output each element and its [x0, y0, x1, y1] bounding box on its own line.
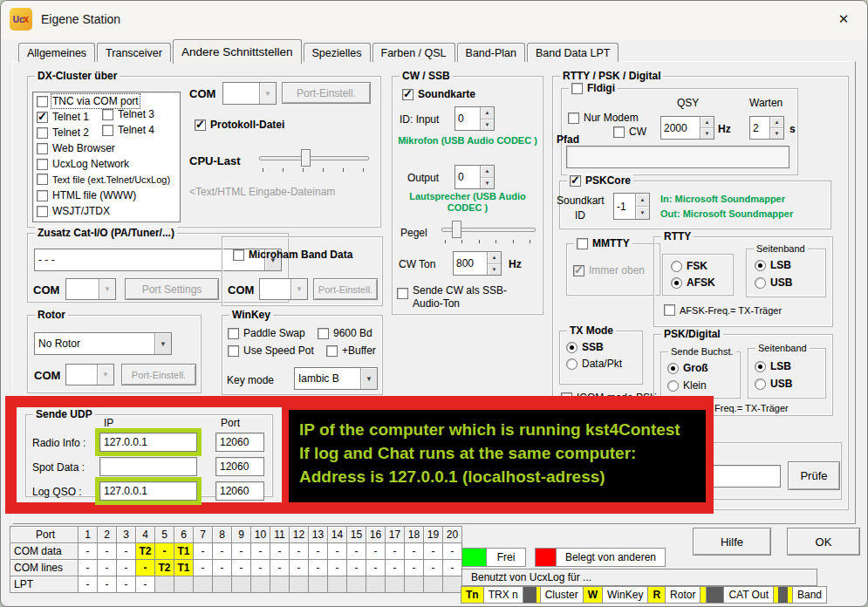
pruefe-button[interactable]: Prüfe [788, 461, 840, 490]
klein-row[interactable]: Klein [667, 379, 707, 392]
afsk-radio[interactable] [671, 277, 682, 289]
mmtty-checkbox[interactable] [577, 238, 588, 249]
pskcore-id-spinner[interactable]: -1▲▼ [613, 193, 650, 220]
rotor-com-combobox[interactable]: ▼ [65, 364, 114, 385]
microham-checkbox[interactable] [233, 249, 244, 261]
spinner-arrows[interactable]: ▲▼ [480, 166, 494, 188]
cpu-last-slider[interactable] [259, 149, 369, 167]
zusatz-com-combobox[interactable]: ▼ [65, 278, 116, 300]
nur-modem-row[interactable]: Nur Modem [568, 112, 639, 124]
paddle-swap-row[interactable]: Paddle Swap [228, 327, 305, 339]
udp-radio-info-ip-input[interactable]: 127.0.0.1 [99, 433, 197, 452]
tx-ssb-row[interactable]: SSB [566, 341, 604, 353]
psk-usb-radio[interactable] [755, 379, 766, 390]
cw-ton-spinner[interactable]: 800▲▼ [453, 251, 502, 276]
dx-item-htmlfile[interactable]: HTML file (WWW) [37, 189, 136, 201]
chevron-down-icon[interactable]: ▼ [99, 279, 115, 299]
ok-button[interactable]: OK [787, 528, 860, 556]
rotor-combobox[interactable]: No Rotor▼ [34, 332, 172, 355]
tab-spezielles[interactable]: Spezielles [304, 43, 371, 62]
chevron-down-icon[interactable]: ▼ [154, 333, 171, 354]
spinner-arrows[interactable]: ▲▼ [769, 117, 783, 139]
dx-telnet3-checkbox[interactable] [102, 109, 113, 120]
dx-item-webbrowser[interactable]: Web Browser [37, 142, 115, 154]
warten-spinner[interactable]: 2▲▼ [749, 116, 784, 140]
microham-com-combobox[interactable]: ▼ [259, 278, 308, 300]
immer-oben-checkbox[interactable] [573, 265, 584, 276]
rtty-usb-radio[interactable] [755, 277, 766, 289]
sende-cw-row[interactable]: Sende CW als SSB-Audio-Ton [397, 284, 510, 310]
nur-modem-checkbox[interactable] [568, 113, 579, 124]
rtty-usb-row[interactable]: USB [755, 276, 792, 289]
afsk-freq-checkbox[interactable] [664, 304, 675, 316]
fldigi-cw-row[interactable]: CW [613, 126, 646, 138]
gross-radio[interactable] [667, 363, 679, 374]
dx-item-telnet1[interactable]: Telnet 1 [37, 111, 89, 123]
speed-pot-row[interactable]: Use Speed Pot [228, 344, 314, 357]
speed-pot-checkbox[interactable] [228, 345, 239, 357]
pegel-slider[interactable] [441, 221, 536, 238]
dx-item-ucxlog-network[interactable]: UcxLog Network [37, 158, 129, 170]
udp-spot-data-ip-input[interactable] [99, 457, 197, 476]
spinner-arrows[interactable]: ▲▼ [635, 194, 649, 219]
tab-andere-schnittstellen[interactable]: Andere Schnittstellen [173, 39, 302, 64]
cpu-last-slider-thumb[interactable] [301, 149, 311, 167]
dx-telnet1-checkbox[interactable] [37, 112, 48, 123]
microham-port-einstell-button[interactable]: Port-Einstell. [313, 278, 378, 300]
dx-telnet2-checkbox[interactable] [37, 127, 48, 139]
spinner-arrows[interactable]: ▲▼ [480, 107, 494, 130]
dx-item-wsjt[interactable]: WSJT/JTDX [37, 205, 110, 217]
dx-item-telnet3[interactable]: Telnet 3 [102, 108, 154, 120]
tx-datapkt-row[interactable]: Data/Pkt [566, 358, 622, 370]
psk-usb-row[interactable]: USB [755, 378, 792, 390]
psk-lsb-radio[interactable] [755, 361, 766, 372]
dx-telnet4-checkbox[interactable] [102, 125, 113, 136]
rotor-port-einstell-button[interactable]: Port-Einstell. [121, 364, 196, 385]
dx-textfile-checkbox[interactable] [37, 174, 48, 185]
chevron-down-icon[interactable]: ▼ [97, 365, 113, 385]
soundkarte-checkbox[interactable] [402, 89, 413, 100]
sende-cw-checkbox[interactable] [397, 288, 408, 299]
soundkarte-row[interactable]: Soundkarte [402, 88, 475, 100]
fsk-radio[interactable] [671, 261, 682, 272]
dx-com-combobox[interactable]: ▼ [222, 82, 277, 105]
dx-ucxlog-network-checkbox[interactable] [37, 159, 48, 170]
rtty-lsb-row[interactable]: LSB [755, 259, 791, 271]
qsy-spinner[interactable]: 2000▲▼ [660, 116, 714, 140]
udp-spot-data-port-input[interactable]: 12060 [215, 457, 264, 476]
dx-tnc-checkbox[interactable] [37, 96, 48, 107]
spinner-arrows[interactable]: ▲▼ [700, 117, 714, 139]
klein-radio[interactable] [667, 380, 679, 392]
dx-wsjt-checkbox[interactable] [37, 206, 48, 217]
tab-allgemeines[interactable]: Allgemeines [18, 43, 95, 62]
protokoll-datei-row[interactable]: Protokoll-Datei [195, 119, 284, 131]
afsk-radio-row[interactable]: AFSK [671, 276, 715, 289]
tab-transceiver[interactable]: Transceiver [97, 43, 171, 62]
fldigi-cw-checkbox[interactable] [613, 126, 625, 138]
protokoll-datei-checkbox[interactable] [195, 119, 206, 131]
pskcore-checkbox[interactable] [570, 175, 581, 187]
buffer-checkbox[interactable] [326, 345, 338, 357]
dx-htmlfile-checkbox[interactable] [37, 190, 48, 201]
zusatz-port-settings-button[interactable]: Port Settings [125, 278, 219, 300]
tab-farben-qsl[interactable]: Farben / QSL [372, 43, 455, 62]
close-icon[interactable]: ✕ [827, 6, 860, 32]
dx-item-textfile[interactable]: Text file (ext.Telnet/UcxLog) [37, 174, 170, 185]
input-id-spinner[interactable]: 0▲▼ [455, 106, 495, 131]
gross-row[interactable]: Groß [667, 362, 708, 374]
microham-row[interactable]: Microham Band Data [233, 249, 352, 261]
bd9600-row[interactable]: 9600 Bd [318, 327, 372, 339]
tab-band-plan[interactable]: Band-Plan [457, 43, 525, 62]
psk-lsb-row[interactable]: LSB [755, 360, 791, 372]
fldigi-checkbox[interactable] [571, 83, 583, 94]
rtty-lsb-radio[interactable] [755, 260, 766, 271]
pegel-slider-thumb[interactable] [452, 221, 461, 238]
dx-item-tnc[interactable]: TNC via COM port [37, 95, 139, 107]
paddle-swap-checkbox[interactable] [228, 328, 239, 339]
tx-ssb-radio[interactable] [566, 342, 578, 353]
afsk-freq-row[interactable]: AFSK-Freq.= TX-Träger [664, 304, 782, 316]
spinner-arrows[interactable]: ▲▼ [487, 252, 501, 275]
udp-log-qso-ip-input[interactable]: 127.0.0.1 [99, 481, 197, 501]
chevron-down-icon[interactable]: ▼ [259, 83, 276, 104]
pfad-input[interactable] [566, 146, 789, 168]
